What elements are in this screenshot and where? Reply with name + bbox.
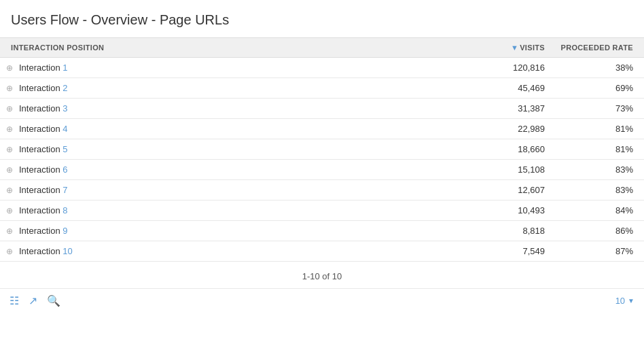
row-label: Interaction 8	[16, 205, 474, 215]
expand-icon[interactable]: ⊕	[3, 247, 16, 256]
row-visits: 45,469	[474, 83, 556, 93]
row-number: 4	[62, 124, 67, 134]
data-table: INTERACTION POSITION ▼VISITS PROCEEDED R…	[0, 37, 644, 262]
row-visits: 8,818	[474, 226, 556, 236]
row-number: 9	[62, 226, 67, 236]
row-number: 2	[62, 83, 67, 93]
row-visits: 120,816	[474, 63, 556, 73]
sort-icon: ▼	[511, 44, 518, 52]
column-header-position: INTERACTION POSITION	[0, 44, 474, 52]
row-visits: 10,493	[474, 205, 556, 215]
row-visits: 12,607	[474, 185, 556, 195]
row-number: 3	[62, 103, 67, 114]
expand-icon[interactable]: ⊕	[3, 226, 16, 236]
row-number: 8	[62, 205, 67, 215]
expand-icon[interactable]: ⊕	[3, 104, 16, 114]
expand-icon[interactable]: ⊕	[3, 84, 16, 93]
row-rate: 87%	[556, 246, 644, 256]
row-label: Interaction 3	[16, 103, 474, 114]
table-row[interactable]: ⊕ Interaction 9 8,818 86%	[0, 221, 644, 241]
column-header-rate: PROCEEDED RATE	[556, 44, 644, 52]
page-title: Users Flow - Overview - Page URLs	[0, 0, 644, 37]
row-number: 1	[62, 63, 67, 73]
row-label: Interaction 2	[16, 83, 474, 93]
row-visits: 22,989	[474, 124, 556, 134]
list-icon[interactable]: ☷	[10, 294, 19, 307]
table-row[interactable]: ⊕ Interaction 7 12,607 83%	[0, 180, 644, 201]
row-label: Interaction 10	[16, 246, 474, 256]
row-label: Interaction 7	[16, 185, 474, 195]
footer-icons: ☷ ↗ 🔍	[10, 294, 60, 307]
export-icon[interactable]: ↗	[29, 294, 37, 307]
row-rate: 73%	[556, 103, 644, 114]
row-label: Interaction 4	[16, 124, 474, 134]
row-rate: 83%	[556, 164, 644, 175]
expand-icon[interactable]: ⊕	[3, 186, 16, 195]
row-label: Interaction 6	[16, 164, 474, 175]
row-number: 6	[62, 164, 67, 175]
page-size-dropdown-icon: ▼	[628, 297, 634, 304]
expand-icon[interactable]: ⊕	[3, 165, 16, 175]
row-label: Interaction 9	[16, 226, 474, 236]
footer-bar: ☷ ↗ 🔍 10 ▼	[0, 288, 644, 313]
table-row[interactable]: ⊕ Interaction 6 15,108 83%	[0, 160, 644, 180]
row-visits: 31,387	[474, 103, 556, 114]
column-header-visits[interactable]: ▼VISITS	[474, 44, 556, 52]
table-row[interactable]: ⊕ Interaction 4 22,989 81%	[0, 119, 644, 139]
footer-pagination-control[interactable]: 10 ▼	[615, 296, 634, 306]
expand-icon[interactable]: ⊕	[3, 145, 16, 154]
row-rate: 86%	[556, 226, 644, 236]
expand-icon[interactable]: ⊕	[3, 124, 16, 134]
search-icon[interactable]: 🔍	[47, 294, 60, 307]
row-label: Interaction 5	[16, 144, 474, 154]
row-number: 7	[62, 185, 67, 195]
table-row[interactable]: ⊕ Interaction 10 7,549 87%	[0, 241, 644, 262]
row-visits: 7,549	[474, 246, 556, 256]
table-row[interactable]: ⊕ Interaction 5 18,660 81%	[0, 139, 644, 160]
row-rate: 83%	[556, 185, 644, 195]
table-row[interactable]: ⊕ Interaction 2 45,469 69%	[0, 78, 644, 99]
row-number: 10	[62, 246, 72, 256]
table-row[interactable]: ⊕ Interaction 1 120,816 38%	[0, 58, 644, 78]
table-body: ⊕ Interaction 1 120,816 38% ⊕ Interactio…	[0, 58, 644, 262]
row-number: 5	[62, 144, 67, 154]
row-rate: 81%	[556, 144, 644, 154]
row-rate: 81%	[556, 124, 644, 134]
row-rate: 84%	[556, 205, 644, 215]
page-size-label: 10	[615, 296, 625, 306]
table-row[interactable]: ⊕ Interaction 3 31,387 73%	[0, 99, 644, 119]
table-header: INTERACTION POSITION ▼VISITS PROCEEDED R…	[0, 37, 644, 58]
row-rate: 38%	[556, 63, 644, 73]
row-label: Interaction 1	[16, 63, 474, 73]
row-visits: 15,108	[474, 164, 556, 175]
expand-icon[interactable]: ⊕	[3, 63, 16, 73]
row-visits: 18,660	[474, 144, 556, 154]
expand-icon[interactable]: ⊕	[3, 206, 16, 215]
pagination: 1-10 of 10	[0, 262, 644, 288]
table-row[interactable]: ⊕ Interaction 8 10,493 84%	[0, 201, 644, 221]
row-rate: 69%	[556, 83, 644, 93]
